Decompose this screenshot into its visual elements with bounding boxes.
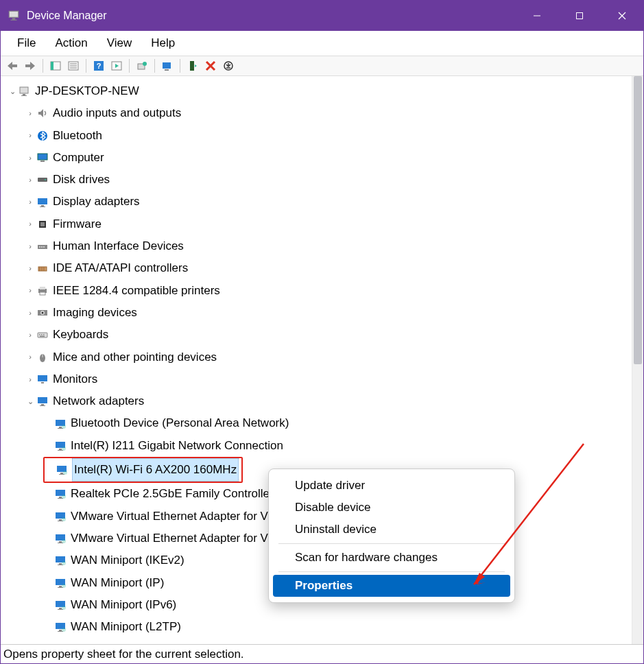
tree-item[interactable]: Intel(R) I211 Gigabit Network Connection: [5, 435, 632, 457]
uninstall-device-button[interactable]: [203, 58, 218, 73]
svg-rect-29: [40, 161, 45, 162]
tree-item[interactable]: › Disk drives: [5, 169, 632, 191]
tree-item[interactable]: ⌄ Network adapters: [5, 390, 632, 412]
tree-item[interactable]: › Imaging devices: [5, 302, 632, 324]
scrollbar-thumb[interactable]: [634, 76, 642, 364]
context-menu-item[interactable]: Uninstall device: [273, 519, 510, 541]
tree-item-label[interactable]: Display adapters: [53, 191, 140, 213]
tree-item[interactable]: › Firmware: [5, 213, 632, 235]
tree-item-label[interactable]: Human Interface Devices: [53, 235, 184, 257]
svg-rect-58: [38, 375, 47, 381]
svg-rect-59: [41, 382, 44, 383]
tree-item[interactable]: › Keyboards: [5, 324, 632, 346]
update-driver-button[interactable]: [134, 58, 150, 73]
menu-action[interactable]: Action: [45, 34, 97, 53]
tree-item[interactable]: WAN Miniport (L2TP): [5, 616, 632, 638]
tree-item[interactable]: Bluetooth Device (Personal Area Network): [5, 412, 632, 434]
expand-arrow[interactable]: ›: [25, 106, 35, 121]
scan-hardware-button[interactable]: [160, 58, 175, 73]
tree-item-label[interactable]: Imaging devices: [53, 302, 137, 324]
tree-item[interactable]: › Display adapters: [5, 191, 632, 213]
adapter-icon: [54, 599, 67, 611]
svg-rect-54: [43, 334, 45, 335]
forward-button[interactable]: [23, 58, 38, 73]
svg-rect-0: [9, 11, 19, 17]
tree-item-label[interactable]: Realtek PCIe 2.5GbE Family Controller: [71, 483, 274, 505]
menu-file[interactable]: File: [8, 34, 45, 53]
tree-item-label[interactable]: Computer: [53, 147, 104, 169]
expand-arrow[interactable]: ›: [25, 283, 35, 298]
svg-rect-93: [58, 587, 63, 588]
toolbar-separator: [86, 59, 86, 73]
menu-help[interactable]: Help: [141, 34, 184, 53]
tree-item[interactable]: › Computer: [5, 147, 632, 169]
context-menu-item[interactable]: Update driver: [273, 475, 510, 497]
expand-arrow[interactable]: ⌄: [8, 84, 17, 99]
svg-point-70: [62, 447, 66, 451]
tree-item-label[interactable]: VMware Virtual Ethernet Adapter for VMne…: [71, 506, 300, 527]
tree-item-label[interactable]: Intel(R) I211 Gigabit Network Connection: [71, 435, 283, 457]
expand-arrow[interactable]: ›: [25, 372, 35, 387]
tree-item-label[interactable]: Firmware: [53, 213, 102, 235]
context-menu-item[interactable]: Scan for hardware changes: [273, 547, 510, 569]
action-button[interactable]: [109, 58, 124, 73]
tree-item[interactable]: › IDE ATA/ATAPI controllers: [5, 257, 632, 279]
disable-device-button[interactable]: [221, 58, 236, 73]
audio-icon: [36, 107, 49, 119]
enable-device-button[interactable]: [185, 58, 200, 73]
help-button[interactable]: ?: [91, 58, 106, 73]
tree-item-label[interactable]: Bluetooth: [53, 125, 102, 147]
svg-rect-55: [40, 336, 45, 337]
tree-item[interactable]: › Monitors: [5, 368, 632, 390]
tree-item-label[interactable]: WAN Miniport (IKEv2): [71, 549, 184, 571]
tree-item-label[interactable]: IDE ATA/ATAPI controllers: [53, 257, 188, 279]
menu-view[interactable]: View: [97, 34, 142, 53]
tree-item[interactable]: › Audio inputs and outputs: [5, 102, 632, 124]
svg-rect-28: [38, 154, 47, 160]
tree-item[interactable]: › Mice and other pointing devices: [5, 346, 632, 368]
tree-item-label[interactable]: IEEE 1284.4 compatible printers: [53, 280, 220, 302]
tree-item-label[interactable]: WAN Miniport (L2TP): [71, 616, 181, 638]
tree-item-label[interactable]: WAN Miniport (IPv6): [71, 594, 176, 616]
tree-item-label[interactable]: VMware Virtual Ethernet Adapter for VMne…: [71, 527, 300, 549]
expand-arrow[interactable]: ›: [25, 217, 35, 231]
expand-arrow[interactable]: ›: [25, 151, 35, 165]
tree-item-label[interactable]: Monitors: [53, 368, 97, 390]
expand-arrow[interactable]: ›: [25, 239, 35, 254]
svg-rect-72: [60, 473, 63, 474]
expand-arrow[interactable]: ›: [25, 195, 35, 209]
tree-item[interactable]: › Bluetooth: [5, 125, 632, 147]
tree-item-label[interactable]: JP-DESKTOP-NEW: [35, 80, 139, 102]
back-button[interactable]: [5, 58, 20, 73]
titlebar[interactable]: Device Manager: [1, 1, 643, 31]
keyboard-icon: [36, 329, 49, 341]
tree-item-label[interactable]: Intel(R) Wi-Fi 6 AX200 160MHz: [72, 458, 239, 482]
expand-arrow[interactable]: ›: [25, 173, 35, 187]
context-menu-item[interactable]: Properties: [273, 575, 510, 597]
tree-item-label[interactable]: Mice and other pointing devices: [53, 346, 217, 368]
vertical-scrollbar[interactable]: [632, 76, 643, 644]
properties-toolbar-button[interactable]: [66, 58, 81, 73]
tree-item-label[interactable]: Audio inputs and outputs: [53, 102, 181, 124]
tree-item-label[interactable]: Disk drives: [53, 169, 110, 191]
context-menu-separator: [278, 571, 505, 572]
svg-rect-46: [40, 287, 45, 289]
expand-arrow[interactable]: ›: [25, 261, 35, 276]
close-button[interactable]: [601, 1, 643, 31]
tree-item[interactable]: › IEEE 1284.4 compatible printers: [5, 280, 632, 302]
expand-arrow[interactable]: ›: [25, 306, 35, 320]
expand-arrow[interactable]: ›: [25, 328, 35, 342]
tree-item-label[interactable]: WAN Miniport (IP): [71, 572, 164, 594]
minimize-button[interactable]: [516, 1, 558, 31]
tree-item-label[interactable]: Bluetooth Device (Personal Area Network): [71, 412, 289, 434]
tree-item-label[interactable]: Network adapters: [53, 390, 144, 412]
context-menu-item[interactable]: Disable device: [273, 497, 510, 519]
show-hide-tree-button[interactable]: [48, 58, 63, 73]
expand-arrow[interactable]: ›: [25, 128, 35, 143]
expand-arrow[interactable]: ⌄: [25, 394, 35, 409]
maximize-button[interactable]: [558, 1, 601, 31]
tree-item[interactable]: ⌄ JP-DESKTOP-NEW: [5, 80, 632, 102]
tree-item-label[interactable]: Keyboards: [53, 324, 108, 346]
expand-arrow[interactable]: ›: [25, 350, 35, 364]
tree-item[interactable]: › Human Interface Devices: [5, 235, 632, 257]
